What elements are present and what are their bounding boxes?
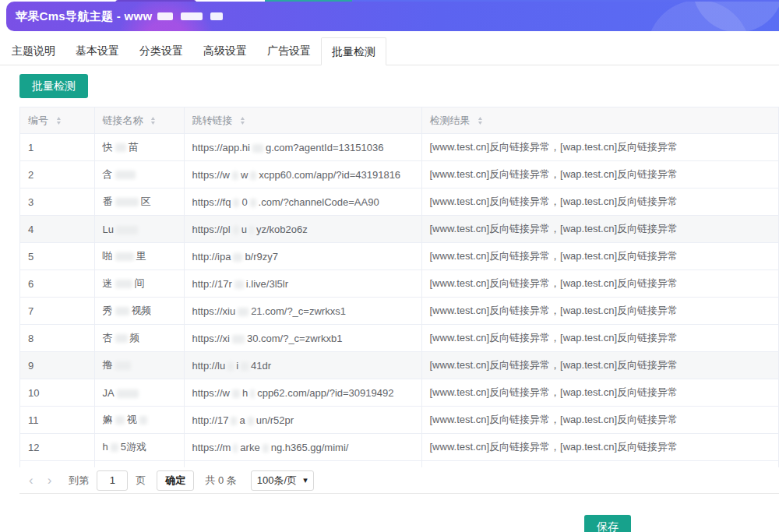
- link-url-cell: http://17ri.live/3l5lr: [184, 270, 421, 298]
- redaction: [210, 12, 223, 20]
- app-header: 苹果Cms导航主题 - www: [6, 2, 779, 31]
- link-url-cell: https://whcpp62.com/app/?id=30919492: [184, 379, 421, 407]
- row-id-cell: 6: [20, 270, 94, 298]
- page: 苹果Cms导航主题 - www 主题说明 基本设置 分类设置 高级设置 广告设置…: [0, 0, 779, 532]
- page-size-select[interactable]: 100条/页 ▾: [251, 470, 314, 491]
- prev-page-button[interactable]: ‹: [29, 474, 33, 487]
- col-header-label: 链接名称: [103, 115, 143, 126]
- redaction: [232, 171, 238, 180]
- redaction: [263, 444, 269, 453]
- redaction: [227, 362, 234, 371]
- links-table: 编号 ▲▼ 链接名称 ▲▼ 跳转链接 ▲▼ 检测结果: [20, 107, 779, 467]
- redaction: [233, 444, 238, 453]
- link-name-cell: JA: [94, 379, 184, 407]
- col-header-result[interactable]: 检测结果 ▲▼: [421, 107, 779, 134]
- link-url-cell: https://xiu21.com/?_c=zwrkxs1: [184, 298, 421, 325]
- redaction: [115, 252, 134, 261]
- check-result-cell: [www.test.cn]反向链接异常，[wap.test.cn]反向链接异常: [421, 407, 779, 434]
- link-name-cell: 快苗: [94, 134, 184, 161]
- check-result-cell: [www.test.cn]反向链接异常，[wap.test.cn]反向链接异常: [421, 243, 779, 270]
- redaction: [116, 226, 138, 234]
- table-row: 5啪里http://ipab/r9zy7[www.test.cn]反向链接异常，…: [20, 243, 779, 270]
- link-url-cell: https://pluyz/kob2o6z: [184, 216, 421, 243]
- link-name-cell: 番区: [94, 188, 184, 216]
- sort-icon[interactable]: ▲▼: [150, 116, 156, 125]
- redaction: [115, 361, 131, 370]
- page-unit-label: 页: [136, 474, 146, 488]
- redaction: [250, 389, 255, 398]
- redaction: [115, 143, 126, 152]
- link-name-cell: 啪里: [94, 243, 184, 270]
- link-name-cell: 嫲视: [94, 407, 184, 434]
- table-body: 1快苗https://app.hig.com?agentId=13151036[…: [20, 134, 779, 468]
- redaction: [111, 443, 118, 452]
- batch-check-button[interactable]: 批量检测: [19, 74, 88, 98]
- link-name-cell: 迷间: [94, 270, 184, 298]
- row-id-cell: 12: [20, 434, 94, 461]
- table-row: 1快苗https://app.hig.com?agentId=13151036[…: [20, 134, 779, 161]
- col-header-label: 检测结果: [430, 115, 471, 126]
- row-id-cell: 2: [20, 161, 94, 188]
- row-id-cell: 8: [20, 325, 94, 352]
- table-container: 编号 ▲▼ 链接名称 ▲▼ 跳转链接 ▲▼ 检测结果: [19, 107, 779, 467]
- confirm-page-button[interactable]: 确定: [157, 470, 194, 491]
- col-header-label: 编号: [28, 115, 48, 126]
- link-name-cell: 撸: [94, 352, 184, 379]
- next-page-button[interactable]: ›: [48, 474, 52, 487]
- redaction: [157, 12, 173, 20]
- col-header-name[interactable]: 链接名称 ▲▼: [94, 107, 184, 134]
- link-url-cell: https://xi30.com/?_c=zwrkxb1: [184, 325, 421, 352]
- check-result-cell: [www.test.cn]反向链接异常，[wap.test.cn]反向链接异常: [421, 188, 779, 216]
- total-count-label: 共 0 条: [205, 474, 236, 488]
- tab-ad-settings[interactable]: 广告设置: [257, 37, 321, 65]
- link-name-cell: Lu: [94, 216, 184, 243]
- tab-bar: 主题说明 基本设置 分类设置 高级设置 广告设置 批量检测: [0, 37, 779, 65]
- col-header-id[interactable]: 编号 ▲▼: [20, 107, 94, 134]
- link-url-cell: https://bnd.com/?dc=bsga7: [184, 461, 421, 468]
- check-result-cell: [www.test.cn]反向链接异常，[wap.test.cn]反向链接异常: [421, 298, 779, 325]
- tab-theme-notes[interactable]: 主题说明: [2, 37, 65, 65]
- redaction: [249, 226, 254, 234]
- redaction: [115, 416, 125, 425]
- tab-batch-check[interactable]: 批量检测: [321, 37, 386, 65]
- table-row: 6迷间http://17ri.live/3l5lr[www.test.cn]反向…: [20, 270, 779, 298]
- sort-icon[interactable]: ▲▼: [56, 116, 62, 125]
- table-row: 3番区https://fq0.com/?channelCode=AA90[www…: [20, 188, 779, 216]
- row-id-cell: 11: [20, 407, 94, 434]
- sort-icon[interactable]: ▲▼: [240, 116, 245, 125]
- pagination: ‹ › 到第 页 确定 共 0 条 100条/页 ▾: [19, 467, 779, 494]
- link-url-cell: https://markeng.h365.gg/mimi/: [184, 434, 421, 461]
- redaction: [250, 199, 256, 207]
- redaction: [115, 307, 129, 315]
- goto-label: 到第: [69, 474, 89, 488]
- tab-category-settings[interactable]: 分类设置: [129, 37, 193, 65]
- table-row: 11嫲视http://17aun/r52pr[www.test.cn]反向链接异…: [20, 407, 779, 434]
- row-id-cell: 4: [20, 216, 94, 243]
- row-id-cell: 13: [20, 461, 94, 468]
- redaction: [232, 335, 245, 344]
- link-url-cell: http://lui41dr: [184, 352, 421, 379]
- check-result-cell: [www.test.cn]反向链接异常，[wap.test.cn]反向链接异常: [421, 352, 779, 379]
- sort-icon[interactable]: ▲▼: [478, 116, 483, 125]
- save-button[interactable]: 保存: [584, 515, 631, 532]
- link-name-cell: 通哩通: [94, 461, 184, 468]
- page-number-input[interactable]: [97, 470, 128, 491]
- link-name-cell: 含: [94, 161, 184, 188]
- check-result-cell: [www.test.cn]反向链接异常，[wap.test.cn]反向链接异常: [421, 434, 779, 461]
- redaction: [232, 389, 240, 398]
- main-content: 批量检测 编号 ▲▼ 链接名称 ▲▼ 跳转链接: [19, 74, 779, 494]
- title-redactions: [153, 12, 227, 20]
- tab-advanced-settings[interactable]: 高级设置: [193, 37, 257, 65]
- redaction: [117, 389, 139, 398]
- link-url-cell: https://wwxcpp60.com/app/?id=43191816: [184, 161, 421, 188]
- table-row: 2含https://wwxcpp60.com/app/?id=43191816[…: [20, 161, 779, 188]
- redaction: [250, 171, 256, 180]
- col-header-url[interactable]: 跳转链接 ▲▼: [184, 107, 421, 134]
- link-url-cell: https://fq0.com/?channelCode=AA90: [184, 188, 421, 216]
- tab-basic-settings[interactable]: 基本设置: [65, 37, 129, 65]
- table-row: 9撸http://lui41dr[www.test.cn]反向链接异常，[wap…: [20, 352, 779, 379]
- redaction: [248, 417, 254, 425]
- table-row: 10JAhttps://whcpp62.com/app/?id=30919492…: [20, 379, 779, 407]
- link-url-cell: https://app.hig.com?agentId=13151036: [184, 134, 421, 161]
- check-result-cell: [www.test.cn]反向链接异常，[wap.test.cn]反向链接异常: [421, 161, 779, 188]
